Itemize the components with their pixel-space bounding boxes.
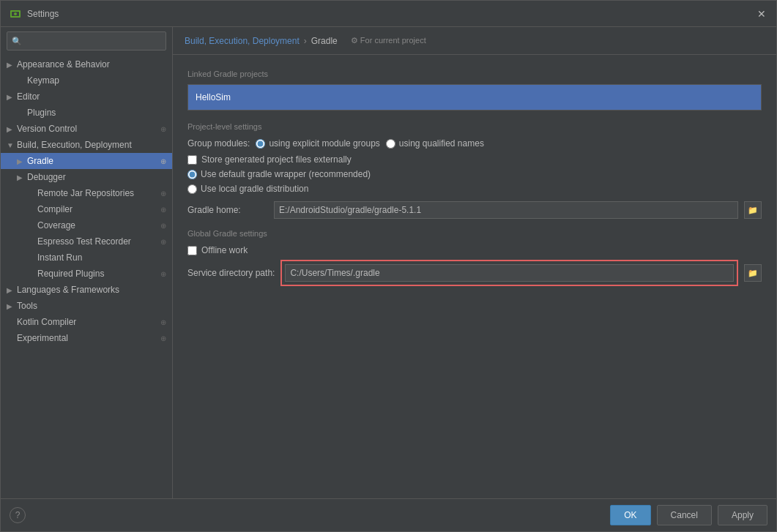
use-local-gradle-label[interactable]: Use local gradle distribution: [187, 184, 762, 194]
offline-work-text: Offline work: [201, 245, 248, 255]
expand-arrow-tools: ▶: [7, 302, 14, 310]
sidebar-item-label: Espresso Test Recorder: [37, 236, 131, 247]
sidebar-item-label: Experimental: [17, 333, 68, 343]
help-button[interactable]: ?: [10, 507, 26, 523]
global-gradle-label: Global Gradle settings: [187, 229, 762, 238]
expand-arrow-vc: ▶: [7, 125, 14, 133]
sidebar-item-plugins[interactable]: Plugins: [1, 105, 172, 121]
offline-work-label[interactable]: Offline work: [187, 245, 762, 255]
search-input[interactable]: [25, 36, 161, 46]
search-icon: 🔍: [12, 37, 22, 46]
sidebar-item-appearance[interactable]: ▶ Appearance & Behavior: [1, 56, 172, 72]
sidebar-nav: ▶ Appearance & Behavior Keymap ▶ Editor …: [1, 55, 172, 498]
folder-icon-service: 📁: [748, 269, 758, 278]
store-project-files-label[interactable]: Store generated project files externally: [187, 154, 762, 165]
radio-explicit-label[interactable]: using explicit module groups: [256, 138, 379, 149]
gradle-home-row: Gradle home: 📁: [187, 201, 762, 219]
service-dir-label: Service directory path:: [187, 268, 275, 278]
sidebar-item-label: Remote Jar Repositories: [37, 188, 134, 198]
sidebar-item-espresso[interactable]: Espresso Test Recorder ⊕: [1, 233, 172, 250]
service-dir-input[interactable]: [285, 264, 734, 282]
sidebar-item-label: Appearance & Behavior: [17, 59, 110, 70]
linked-project-item[interactable]: HelloSim: [188, 85, 761, 110]
breadcrumb-project-note: ⚙ ⚙ For current project For current proj…: [351, 36, 426, 45]
expand-arrow-appearance: ▶: [7, 61, 14, 69]
store-project-files-checkbox[interactable]: [187, 155, 197, 165]
sidebar-item-compiler[interactable]: Compiler ⊕: [1, 201, 172, 217]
sidebar-item-experimental[interactable]: Experimental ⊕: [1, 330, 172, 346]
ext-icon-gradle: ⊕: [160, 157, 166, 165]
expand-arrow-editor: ▶: [7, 93, 14, 101]
titlebar: Settings ✕: [1, 1, 776, 27]
sidebar-item-remote-jar[interactable]: Remote Jar Repositories ⊕: [1, 185, 172, 201]
store-project-files-text: Store generated project files externally: [201, 154, 352, 165]
use-local-gradle-radio[interactable]: [187, 184, 197, 194]
linked-projects-list: HelloSim: [187, 84, 762, 110]
settings-window: Settings ✕ 🔍 ▶ Appearance & Behavior Key…: [0, 0, 777, 532]
ext-icon-compiler: ⊕: [160, 206, 166, 214]
radio-qualified-text: using qualified names: [399, 138, 484, 149]
ext-icon-remote-jar: ⊕: [160, 190, 166, 198]
titlebar-left: Settings: [10, 8, 59, 20]
bottom-bar: ? OK Cancel Apply: [1, 498, 776, 531]
use-default-wrapper-radio[interactable]: [187, 170, 197, 179]
sidebar-item-build[interactable]: ▼ Build, Execution, Deployment: [1, 137, 172, 153]
main-panel: Build, Execution, Deployment › Gradle ⚙ …: [173, 27, 776, 498]
sidebar-item-kotlin[interactable]: Kotlin Compiler ⊕: [1, 314, 172, 330]
sidebar-item-label: Kotlin Compiler: [17, 317, 76, 327]
ok-button[interactable]: OK: [610, 505, 650, 525]
ext-icon-vc: ⊕: [160, 125, 166, 133]
sidebar-item-label: Languages & Frameworks: [17, 285, 119, 295]
ext-icon-required-plugins: ⊕: [160, 270, 166, 278]
global-gradle-section: Global Gradle settings Offline work Serv…: [187, 229, 762, 286]
ext-icon-coverage: ⊕: [160, 222, 166, 230]
gradle-home-input[interactable]: [274, 201, 738, 219]
settings-content: Linked Gradle projects HelloSim Project-…: [173, 55, 776, 498]
sidebar-item-keymap[interactable]: Keymap: [1, 72, 172, 89]
expand-arrow-build: ▼: [7, 141, 14, 149]
offline-work-checkbox[interactable]: [187, 246, 197, 255]
use-default-wrapper-label[interactable]: Use default gradle wrapper (recommended): [187, 169, 762, 179]
group-modules-row: Group modules: using explicit module gro…: [187, 138, 762, 149]
sidebar-item-gradle[interactable]: ▶ Gradle ⊕: [1, 153, 172, 169]
sidebar-item-label: Editor: [17, 91, 40, 102]
sidebar-item-editor[interactable]: ▶ Editor: [1, 89, 172, 105]
folder-icon: 📁: [748, 206, 758, 215]
sidebar-item-version-control[interactable]: ▶ Version Control ⊕: [1, 121, 172, 137]
sidebar-item-debugger[interactable]: ▶ Debugger: [1, 169, 172, 185]
app-icon: [10, 8, 21, 20]
bottom-left: ?: [10, 507, 26, 523]
breadcrumb-parent[interactable]: Build, Execution, Deployment: [185, 36, 300, 46]
gradle-home-browse-button[interactable]: 📁: [744, 201, 762, 219]
sidebar-item-label: Gradle: [27, 156, 53, 166]
radio-explicit[interactable]: [256, 139, 265, 149]
sidebar-item-label: Required Plugins: [37, 269, 104, 279]
sidebar-item-tools[interactable]: ▶ Tools: [1, 298, 172, 314]
breadcrumb-separator: ›: [304, 36, 307, 46]
breadcrumb: Build, Execution, Deployment › Gradle ⚙ …: [173, 27, 776, 55]
gear-icon: ⚙: [351, 36, 358, 45]
content-area: 🔍 ▶ Appearance & Behavior Keymap ▶ Edito…: [1, 27, 776, 498]
radio-qualified-label[interactable]: using qualified names: [386, 138, 484, 149]
radio-qualified[interactable]: [386, 139, 395, 149]
sidebar-item-coverage[interactable]: Coverage ⊕: [1, 217, 172, 233]
cancel-button[interactable]: Cancel: [657, 505, 712, 525]
apply-button[interactable]: Apply: [718, 505, 767, 525]
expand-arrow-gradle: ▶: [17, 157, 24, 165]
group-modules-label: Group modules:: [187, 138, 250, 149]
sidebar-item-languages[interactable]: ▶ Languages & Frameworks: [1, 282, 172, 298]
expand-arrow-languages: ▶: [7, 286, 14, 294]
sidebar-item-instant-run[interactable]: Instant Run: [1, 250, 172, 266]
sidebar-item-required-plugins[interactable]: Required Plugins ⊕: [1, 266, 172, 282]
linked-projects-label: Linked Gradle projects: [187, 70, 762, 78]
sidebar-item-label: Tools: [17, 301, 37, 311]
use-local-gradle-text: Use local gradle distribution: [201, 184, 308, 194]
service-dir-browse-button[interactable]: 📁: [744, 264, 762, 282]
svg-point-2: [14, 12, 17, 15]
sidebar-item-label: Coverage: [37, 220, 75, 231]
expand-arrow-debugger: ▶: [17, 173, 24, 181]
close-button[interactable]: ✕: [756, 8, 767, 20]
window-title: Settings: [27, 9, 59, 19]
search-box[interactable]: 🔍: [7, 31, 166, 50]
sidebar-item-label: Build, Execution, Deployment: [17, 140, 132, 150]
